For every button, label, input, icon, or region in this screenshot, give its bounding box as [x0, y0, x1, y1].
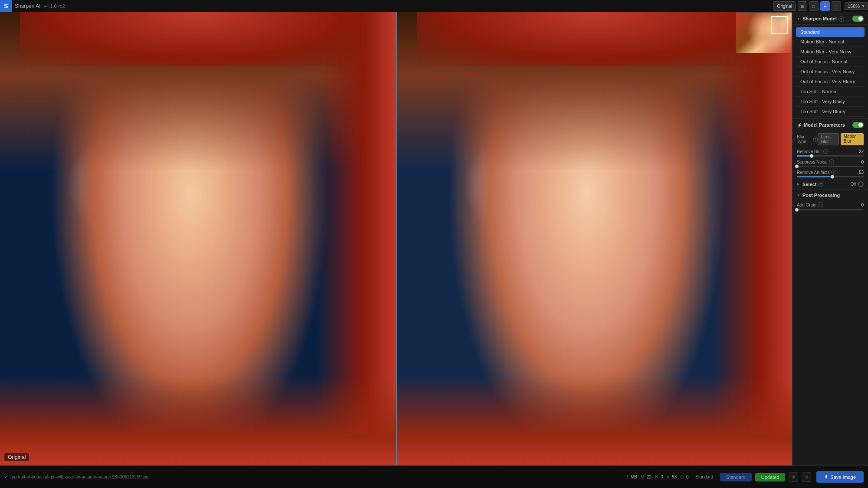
remove-artifacts-label-row: Remove Artifacts ? 53: [797, 170, 864, 175]
remove-blur-thumb[interactable]: [809, 154, 813, 158]
remove-artifacts-slider-row: Remove Artifacts ? 53: [792, 168, 868, 179]
zoom-chevron-icon: ▼: [861, 4, 865, 8]
add-grain-label: Add Grain ?: [797, 202, 823, 207]
view-controls: Original ⊞ □ ▪▪ ⬚: [773, 1, 841, 11]
canvas-left-panel: [0, 12, 396, 465]
remove-artifacts-help-icon[interactable]: ?: [831, 170, 836, 175]
model-out-of-focus-normal-item[interactable]: Out of Focus - Normal: [796, 57, 865, 67]
remove-blur-slider-row: Remove Blur ? 22: [792, 147, 868, 158]
model-params-label: Model Parameters: [804, 122, 845, 128]
model-standard-item[interactable]: Standard: [796, 27, 865, 37]
status-metric-n: N: 0: [655, 475, 663, 479]
add-grain-value: 0: [861, 203, 864, 207]
add-grain-slider-row: Add Grain ? 0: [792, 201, 868, 212]
post-processing-caret: ▼: [797, 193, 800, 197]
add-grain-thumb[interactable]: [795, 208, 799, 212]
status-metric-a: A: 53: [667, 475, 677, 479]
view-single-btn[interactable]: □: [809, 1, 819, 11]
add-grain-help-icon[interactable]: ?: [818, 202, 823, 207]
lens-blur-btn[interactable]: Lens Blur: [818, 133, 839, 145]
remove-artifacts-track[interactable]: [797, 176, 864, 177]
add-grain-label-row: Add Grain ? 0: [797, 202, 864, 207]
hair-overlay-right: [397, 12, 792, 171]
view-grid-btn[interactable]: ⊞: [798, 1, 807, 11]
motion-blur-btn[interactable]: Motion Blur: [841, 133, 864, 145]
remove-artifacts-value: 53: [859, 170, 864, 175]
model-out-of-focus-very-blurry-item[interactable]: Out of Focus - Very Blurry: [796, 77, 865, 87]
suppress-noise-label-row: Suppress Noise ? 0: [797, 159, 864, 164]
file-path: portrait-of-beautiful-girl-with-scarf-in…: [12, 475, 622, 479]
sharpen-model-section[interactable]: ▼ Sharpen Model ?: [792, 12, 868, 25]
select-label: ▶ Select ?: [797, 182, 823, 187]
hair-overlay-left: [0, 12, 396, 171]
scarf-top-left: [20, 12, 376, 66]
status-metric-m: M: 22: [641, 475, 651, 479]
add-grain-track[interactable]: [797, 209, 864, 210]
suppress-noise-thumb[interactable]: [795, 164, 799, 168]
save-image-button[interactable]: ⬇ Save Image: [816, 471, 864, 483]
tab-standard[interactable]: Standard: [720, 473, 752, 481]
remove-blur-track[interactable]: [797, 155, 864, 157]
model-too-soft-very-noisy-item[interactable]: Too Soft - Very Noisy: [796, 97, 865, 107]
select-section: ▶ Select ? Off: [792, 179, 868, 189]
status-icon-btn-2[interactable]: ⊙: [802, 472, 811, 482]
select-help-icon[interactable]: ?: [818, 182, 823, 187]
tab-updated[interactable]: Updated: [755, 473, 786, 481]
file-check-icon: ✓: [4, 474, 8, 480]
model-too-soft-normal-item[interactable]: Too Soft - Normal: [796, 87, 865, 97]
scarf-bottom-left: [0, 375, 396, 465]
remove-blur-label: Remove Blur ?: [797, 149, 829, 154]
remove-artifacts-label: Remove Artifacts ?: [797, 170, 836, 175]
blur-type-buttons: Lens Blur Motion Blur: [818, 133, 864, 145]
model-motion-blur-very-noisy-item[interactable]: Motion Blur - Very Noisy: [796, 47, 865, 57]
view-original-btn[interactable]: Original: [773, 1, 796, 11]
scarf-right-left: [317, 12, 396, 465]
model-motion-blur-normal-item[interactable]: Motion Blur - Normal: [796, 37, 865, 47]
remove-blur-value: 22: [859, 149, 864, 154]
model-params-section: ⚡ Model Parameters Blur Type ? Lens Blur…: [792, 118, 868, 179]
suppress-noise-label: Suppress Noise ?: [797, 159, 834, 164]
select-state: Off: [851, 181, 864, 187]
post-processing-section[interactable]: ▼ Post Processing: [792, 189, 868, 201]
model-list: Standard Motion Blur - Normal Motion Blu…: [792, 27, 868, 117]
remove-artifacts-thumb[interactable]: [830, 175, 834, 179]
sharpen-model-help-icon[interactable]: ?: [838, 16, 844, 22]
sidebar: ▼ Sharpen Model ? Standard Motion Blur -…: [792, 12, 868, 465]
status-metric-t: T: MB: [626, 475, 637, 479]
blur-type-help-icon[interactable]: ?: [813, 137, 818, 142]
sharpen-model-toggle[interactable]: [852, 16, 864, 22]
blur-type-row: Blur Type ? Lens Blur Motion Blur: [792, 131, 868, 147]
suppress-noise-track[interactable]: [797, 166, 864, 167]
scarf-bottom-right: [397, 375, 792, 465]
select-caret: ▶: [797, 182, 799, 186]
status-metric-g: G: 0: [680, 475, 688, 479]
post-processing-label: Post Processing: [802, 193, 840, 198]
app-title: Sharpen AI v4.1.0-rc2: [15, 3, 65, 9]
main-canvas: Original: [0, 12, 792, 465]
status-icon-btn-1[interactable]: ⊕: [789, 472, 798, 482]
app-icon: S: [0, 0, 12, 12]
remove-blur-help-icon[interactable]: ?: [823, 149, 829, 154]
titlebar: S Sharpen AI v4.1.0-rc2 Original ⊞ □ ▪▪ …: [0, 0, 868, 12]
thumbnail-selection: [771, 16, 788, 34]
status-bar: ✓ portrait-of-beautiful-girl-with-scarf-…: [0, 465, 868, 488]
lightning-icon: ⚡: [797, 123, 802, 128]
remove-artifacts-fill: [797, 176, 832, 177]
sharpen-model-caret: ▼: [797, 17, 800, 21]
sharpen-model-label: Sharpen Model: [802, 16, 837, 21]
model-out-of-focus-very-noisy-item[interactable]: Out of Focus - Very Noisy: [796, 67, 865, 77]
scarf-top-right: [417, 12, 772, 66]
zoom-control[interactable]: 158% ▼: [845, 2, 868, 10]
canvas-right-panel: [396, 12, 792, 465]
view-split-btn[interactable]: ▪▪: [820, 1, 830, 11]
model-too-soft-very-blurry-item[interactable]: Too Soft - Very Blurry: [796, 107, 865, 117]
remove-blur-label-row: Remove Blur ? 22: [797, 149, 864, 154]
suppress-noise-value: 0: [861, 160, 864, 164]
model-params-toggle[interactable]: [852, 122, 864, 128]
select-toggle[interactable]: [858, 181, 864, 187]
view-side-btn[interactable]: ⬚: [832, 1, 841, 11]
suppress-noise-help-icon[interactable]: ?: [829, 159, 834, 164]
model-params-header[interactable]: ⚡ Model Parameters: [792, 119, 868, 131]
original-label: Original: [4, 453, 29, 461]
save-icon: ⬇: [824, 474, 828, 480]
